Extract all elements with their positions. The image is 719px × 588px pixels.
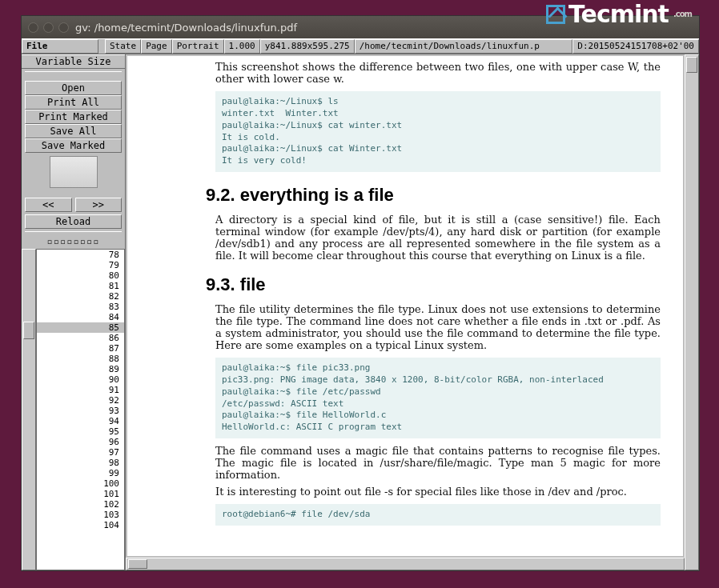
prev-page-button[interactable]: <<: [25, 198, 72, 212]
path-field[interactable]: /home/tecmint/Downloads/linuxfun.p: [355, 39, 573, 54]
scale-button[interactable]: Variable Size: [22, 54, 125, 69]
bbox-field[interactable]: y841.889x595.275: [260, 39, 355, 54]
page-list-item[interactable]: 93: [37, 406, 124, 416]
window-title: gv: /home/tecmint/Downloads/linuxfun.pdf: [75, 22, 297, 34]
brand-suffix: .com: [673, 10, 692, 18]
orientation-button[interactable]: Portrait: [172, 39, 224, 54]
app-window: gv: /home/tecmint/Downloads/linuxfun.pdf…: [21, 15, 700, 571]
document-page[interactable]: This screenshot shows the difference bet…: [127, 56, 683, 556]
doc-text: A directory is a special kind of file, b…: [215, 214, 661, 262]
page-list-item[interactable]: 84: [37, 312, 124, 322]
page-list-item[interactable]: 85: [37, 322, 124, 333]
logo-icon: [546, 5, 565, 24]
page-list-item[interactable]: 92: [37, 395, 124, 406]
horizontal-scrollbar[interactable]: [126, 558, 685, 570]
heading-9-2: 9.2. everything is a file: [206, 185, 661, 206]
page-list-item[interactable]: 95: [37, 426, 124, 437]
page-list-item[interactable]: 100: [37, 478, 124, 489]
page-list-item[interactable]: 86: [37, 333, 124, 343]
toolbar: File State Page Portrait 1.000 y841.889x…: [22, 38, 699, 54]
maximize-icon[interactable]: [58, 22, 69, 33]
mark-strip[interactable]: ▫▫▫▫▫▫▫▫: [22, 234, 125, 249]
page-list-item[interactable]: 78: [37, 250, 124, 260]
pagelist-scrollbar[interactable]: [22, 249, 36, 570]
doc-text: This screenshot shows the difference bet…: [215, 61, 661, 85]
page-button[interactable]: Page: [141, 39, 172, 54]
page-list-item[interactable]: 82: [37, 291, 124, 302]
file-menu[interactable]: File: [22, 39, 98, 54]
page-list-item[interactable]: 98: [37, 458, 124, 468]
page-list-item[interactable]: 96: [37, 437, 124, 447]
page-list-item[interactable]: 90: [37, 374, 124, 385]
page-list-item[interactable]: 89: [37, 364, 124, 374]
window-controls: [28, 22, 69, 33]
page-list-item[interactable]: 99: [37, 468, 124, 478]
open-button[interactable]: Open: [25, 81, 122, 95]
heading-9-3: 9.3. file: [206, 274, 661, 295]
vertical-scrollbar[interactable]: [685, 54, 699, 570]
page-list[interactable]: 7879808182838485868788899091929394959697…: [36, 249, 125, 570]
page-list-item[interactable]: 81: [37, 281, 124, 291]
page-list-item[interactable]: 79: [37, 260, 124, 270]
page-list-item[interactable]: 94: [37, 416, 124, 426]
page-list-item[interactable]: 87: [37, 343, 124, 354]
page-list-item[interactable]: 97: [37, 447, 124, 458]
page-list-item[interactable]: 91: [37, 385, 124, 395]
document-pane: This screenshot shows the difference bet…: [126, 54, 699, 570]
code-block: root@debian6~# file /dev/sda: [215, 504, 661, 526]
doc-text: The file utility determines the file typ…: [215, 303, 661, 351]
minimize-icon[interactable]: [43, 22, 54, 33]
doc-text: The file command uses a magic file that …: [215, 445, 661, 481]
page-list-item[interactable]: 83: [37, 302, 124, 312]
next-page-button[interactable]: >>: [75, 198, 123, 212]
doc-text: It is interesting to point out file -s f…: [215, 486, 661, 498]
save-marked-button[interactable]: Save Marked: [25, 138, 122, 153]
save-all-button[interactable]: Save All: [25, 124, 122, 138]
sidebar: Variable Size Open Print All Print Marke…: [22, 54, 126, 570]
date-field[interactable]: D:20150524151708+02'00: [572, 39, 699, 54]
page-list-item[interactable]: 101: [37, 489, 124, 499]
brand: Tecmint: [568, 0, 669, 28]
page-list-item[interactable]: 104: [37, 520, 124, 530]
code-block: paul@laika:~$ file pic33.png pic33.png: …: [215, 358, 661, 438]
print-marked-button[interactable]: Print Marked: [25, 110, 122, 124]
close-icon[interactable]: [28, 22, 38, 33]
state-button[interactable]: State: [105, 39, 141, 54]
print-all-button[interactable]: Print All: [25, 95, 122, 110]
page-list-item[interactable]: 88: [37, 354, 124, 364]
zoom-button[interactable]: 1.000: [224, 39, 260, 54]
page-list-item[interactable]: 80: [37, 270, 124, 281]
page-list-item[interactable]: 103: [37, 510, 124, 520]
watermark: Tecmint .com: [546, 0, 692, 28]
page-list-item[interactable]: 102: [37, 499, 124, 510]
reload-button[interactable]: Reload: [25, 214, 122, 229]
code-block: paul@laika:~/Linux$ ls winter.txt Winter…: [215, 91, 661, 172]
thumbnail[interactable]: [50, 156, 98, 188]
